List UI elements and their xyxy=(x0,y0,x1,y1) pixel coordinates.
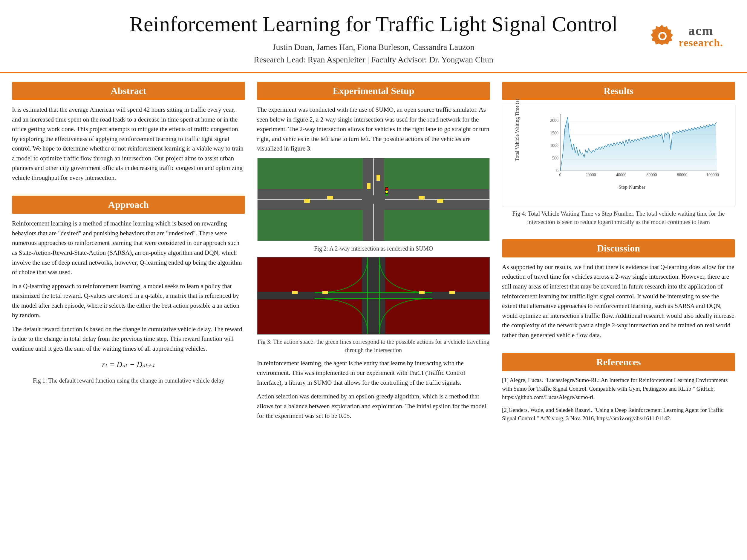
results-body: Total Vehicle Waiting Time (s) 0 500 100… xyxy=(502,105,735,226)
right-column: Results Total Vehicle Waiting Time (s) xyxy=(502,82,735,436)
fig3-caption: Fig 3: The action space: the green lines… xyxy=(257,338,490,354)
discussion-body: As supported by our results, we find tha… xyxy=(502,262,735,340)
experimental-setup-section: Experimental Setup The experiment was co… xyxy=(257,82,490,425)
chart-container: Total Vehicle Waiting Time (s) 0 500 100… xyxy=(502,105,735,206)
poster: Reinforcement Learning for Traffic Light… xyxy=(0,0,747,560)
results-header: Results xyxy=(502,82,735,100)
results-chart: 0 500 1000 1500 2000 xyxy=(532,111,732,180)
acm-label: acm xyxy=(678,24,723,37)
formula: rₜ = Dₐₜ − Dₐₜ₊₁ xyxy=(12,359,245,371)
svg-text:40000: 40000 xyxy=(616,172,626,177)
references-section: References [1] Alegre, Lucas. "Lucasaleg… xyxy=(502,353,735,427)
acm-logo: acm research. xyxy=(650,24,723,48)
acm-text: acm research. xyxy=(678,24,723,48)
authors-line2: Research Lead: Ryan Aspenleiter | Facult… xyxy=(18,53,729,66)
svg-text:500: 500 xyxy=(552,156,559,160)
fig2-caption: Fig 2: A 2-way intersection as rendered … xyxy=(257,244,490,253)
references-header: References xyxy=(502,353,735,371)
results-section: Results Total Vehicle Waiting Time (s) xyxy=(502,82,735,230)
svg-text:1000: 1000 xyxy=(550,143,559,148)
exp-text3: Action selection was determined by an ep… xyxy=(257,392,490,421)
middle-column: Experimental Setup The experiment was co… xyxy=(257,82,490,436)
svg-text:1500: 1500 xyxy=(550,131,559,135)
exp-text1: The experiment was conducted with the us… xyxy=(257,105,490,154)
svg-point-2 xyxy=(660,33,665,39)
chart-x-label: Step Number xyxy=(532,183,732,191)
approach-section: Approach Reinforcement learning is a met… xyxy=(12,196,245,389)
approach-text2: In a Q-learning approach to reinforcemen… xyxy=(12,281,245,320)
content-grid: Abstract It is estimated that the averag… xyxy=(0,73,747,445)
svg-text:20000: 20000 xyxy=(586,172,596,177)
approach-text3: The default reward function is based on … xyxy=(12,324,245,354)
abstract-header: Abstract xyxy=(12,82,245,100)
action-space-image xyxy=(257,257,490,335)
references-body: [1] Alegre, Lucas. "Lucasalegre/Sumo-RL:… xyxy=(502,376,735,423)
exp-text2: In reinforcement learning, the agent is … xyxy=(257,358,490,388)
svg-text:0: 0 xyxy=(559,172,562,177)
abstract-text: It is estimated that the average America… xyxy=(12,105,245,183)
svg-text:2000: 2000 xyxy=(550,118,559,123)
reference-1: [1] Alegre, Lucas. "Lucasalegre/Sumo-RL:… xyxy=(502,376,735,402)
discussion-section: Discussion As supported by our results, … xyxy=(502,239,735,344)
approach-header: Approach xyxy=(12,196,245,214)
acm-gear-icon xyxy=(650,24,674,48)
formula-text: rₜ = Dₐₜ − Dₐₜ₊₁ xyxy=(102,360,155,369)
approach-body: Reinforcement learning is a method of ma… xyxy=(12,219,245,384)
svg-text:0: 0 xyxy=(556,168,559,173)
page-title: Reinforcement Learning for Traffic Light… xyxy=(18,12,729,37)
fig1-caption: Fig 1: The default reward function using… xyxy=(12,376,245,385)
fig4-caption: Fig 4: Total Vehicle Waiting Time vs Ste… xyxy=(502,209,735,226)
authors-line1: Justin Doan, James Han, Fiona Burleson, … xyxy=(18,41,729,53)
research-label: research. xyxy=(678,37,723,48)
authors: Justin Doan, James Han, Fiona Burleson, … xyxy=(18,41,729,66)
experimental-setup-body: The experiment was conducted with the us… xyxy=(257,105,490,421)
sumo-intersection-image xyxy=(257,158,490,241)
abstract-body: It is estimated that the average America… xyxy=(12,105,245,183)
discussion-header: Discussion xyxy=(502,239,735,258)
svg-text:80000: 80000 xyxy=(677,172,688,177)
left-column: Abstract It is estimated that the averag… xyxy=(12,82,245,436)
svg-text:100000: 100000 xyxy=(706,172,719,177)
abstract-section: Abstract It is estimated that the averag… xyxy=(12,82,245,187)
discussion-text: As supported by our results, we find tha… xyxy=(502,262,735,340)
chart-y-label: Total Vehicle Waiting Time (s) xyxy=(513,137,521,161)
header: Reinforcement Learning for Traffic Light… xyxy=(0,0,747,73)
reference-2: [2]Genders, Wade, and Saiedeh Razavi. "U… xyxy=(502,406,735,423)
experimental-setup-header: Experimental Setup xyxy=(257,82,490,100)
approach-text1: Reinforcement learning is a method of ma… xyxy=(12,219,245,277)
svg-text:60000: 60000 xyxy=(647,172,657,177)
